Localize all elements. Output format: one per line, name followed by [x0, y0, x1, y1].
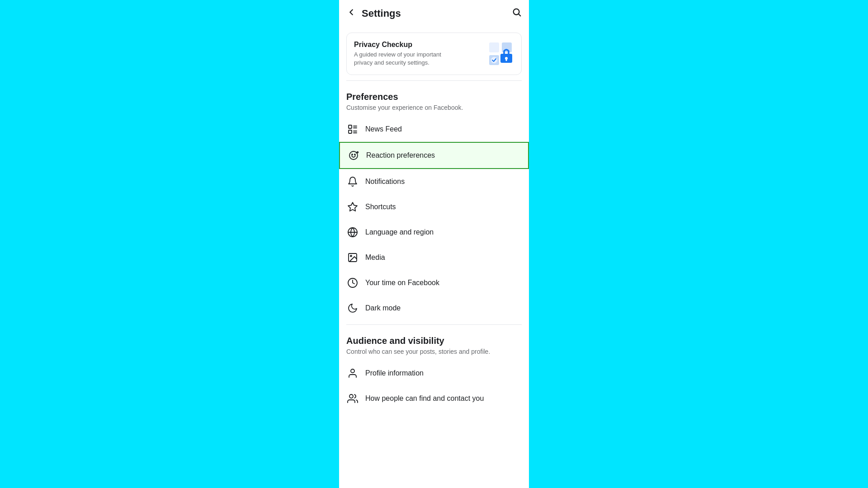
notifications-icon: [346, 175, 359, 188]
svg-marker-19: [348, 202, 357, 211]
profile-info-icon: [346, 367, 359, 380]
media-icon: [346, 251, 359, 264]
your-time-icon: [346, 277, 359, 289]
profile-info-label: Profile information: [365, 369, 424, 377]
news-feed-icon: [346, 123, 359, 136]
notifications-label: Notifications: [365, 178, 405, 186]
how-people-find-icon: [346, 392, 359, 405]
language-region-label: Language and region: [365, 228, 434, 236]
menu-item-dark-mode[interactable]: Dark mode: [339, 296, 529, 321]
your-time-label: Your time on Facebook: [365, 279, 439, 287]
svg-rect-9: [349, 125, 352, 128]
search-icon[interactable]: [512, 7, 522, 20]
dark-mode-icon: [346, 302, 359, 314]
language-region-icon: [346, 226, 359, 239]
menu-item-news-feed[interactable]: News Feed: [339, 117, 529, 142]
privacy-checkup-card[interactable]: Privacy Checkup A guided review of your …: [346, 33, 522, 75]
back-icon[interactable]: [346, 7, 356, 20]
shortcuts-icon: [346, 201, 359, 213]
privacy-card-desc: A guided review of your important privac…: [354, 51, 458, 67]
content: Privacy Checkup A guided review of your …: [339, 27, 529, 488]
audience-title: Audience and visibility: [346, 336, 522, 346]
how-people-find-label: How people can find and contact you: [365, 394, 484, 403]
header-left: Settings: [346, 7, 401, 20]
svg-line-1: [519, 14, 520, 16]
menu-item-reaction-preferences[interactable]: Reaction preferences: [339, 142, 529, 169]
svg-point-25: [351, 369, 354, 373]
menu-item-how-people-find[interactable]: How people can find and contact you: [339, 386, 529, 411]
dark-mode-label: Dark mode: [365, 304, 401, 312]
svg-rect-2: [489, 42, 499, 52]
media-label: Media: [365, 253, 385, 262]
reaction-preferences-label: Reaction preferences: [366, 151, 435, 160]
menu-item-your-time[interactable]: Your time on Facebook: [339, 270, 529, 296]
menu-item-language-region[interactable]: Language and region: [339, 220, 529, 245]
svg-point-23: [350, 255, 352, 257]
preferences-desc: Customise your experience on Facebook.: [346, 104, 522, 111]
svg-rect-7: [506, 59, 507, 61]
menu-item-shortcuts[interactable]: Shortcuts: [339, 194, 529, 220]
header: Settings: [339, 0, 529, 27]
preferences-title: Preferences: [346, 92, 522, 102]
svg-point-16: [352, 154, 353, 155]
privacy-card-title: Privacy Checkup: [354, 41, 458, 49]
menu-item-notifications[interactable]: Notifications: [339, 169, 529, 194]
svg-point-17: [354, 154, 355, 155]
news-feed-label: News Feed: [365, 125, 402, 133]
audience-section-header: Audience and visibility Control who can …: [339, 328, 529, 361]
privacy-checkup-icon: [487, 40, 514, 67]
phone-container: Settings Privacy Checkup A guided review…: [339, 0, 529, 488]
audience-desc: Control who can see your posts, stories …: [346, 348, 522, 355]
privacy-card-text: Privacy Checkup A guided review of your …: [354, 41, 458, 67]
divider-1: [346, 80, 522, 81]
reaction-preferences-icon: [347, 149, 360, 162]
preferences-section-header: Preferences Customise your experience on…: [339, 84, 529, 117]
svg-point-26: [349, 394, 353, 398]
menu-item-profile-info[interactable]: Profile information: [339, 361, 529, 386]
page-title: Settings: [362, 8, 401, 19]
shortcuts-label: Shortcuts: [365, 203, 396, 211]
menu-item-media[interactable]: Media: [339, 245, 529, 270]
divider-2: [346, 324, 522, 325]
svg-rect-10: [349, 130, 352, 133]
